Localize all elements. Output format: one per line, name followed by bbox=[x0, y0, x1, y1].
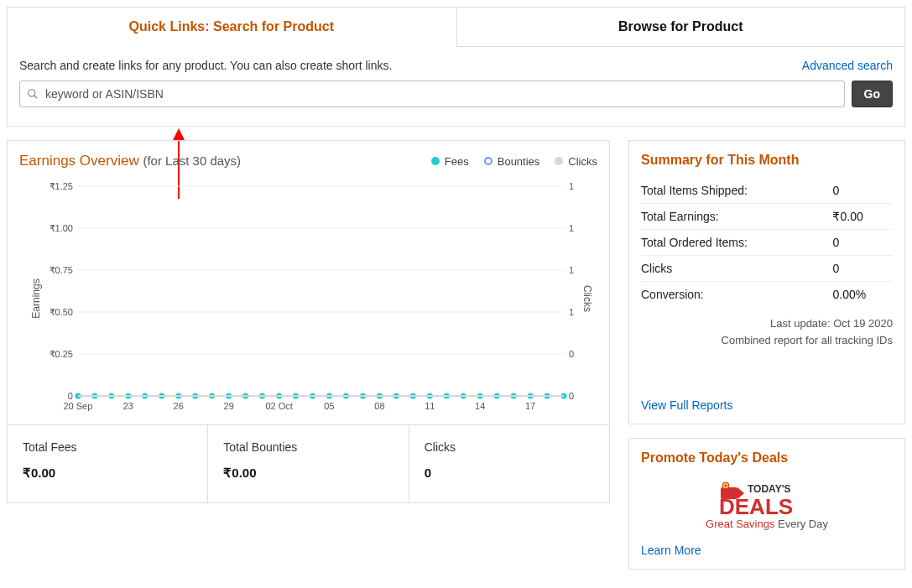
svg-text:1: 1 bbox=[569, 181, 574, 191]
chart-subtitle: (for Last 30 days) bbox=[143, 154, 241, 168]
chart-svg: 0₹0.25₹0.50₹0.75₹1.00₹1.2500111120 Sep23… bbox=[19, 173, 597, 424]
svg-text:20 Sep: 20 Sep bbox=[63, 401, 92, 411]
svg-point-65 bbox=[725, 485, 727, 487]
svg-text:14: 14 bbox=[475, 401, 485, 411]
summary-clicks-label: Clicks bbox=[641, 256, 832, 282]
summary-heading: Summary for This Month bbox=[641, 153, 893, 168]
combined-report-text: Combined report for all tracking IDs bbox=[641, 332, 893, 349]
svg-text:1: 1 bbox=[569, 265, 574, 275]
svg-text:02 Oct: 02 Oct bbox=[265, 401, 292, 411]
stat-clicks: Clicks 0 bbox=[409, 424, 609, 502]
svg-text:₹0.25: ₹0.25 bbox=[50, 349, 73, 359]
summary-panel: Summary for This Month Total Items Shipp… bbox=[628, 140, 905, 424]
summary-items-shipped-label: Total Items Shipped: bbox=[641, 178, 832, 204]
svg-line-1 bbox=[34, 96, 38, 99]
stats-row: Total Fees ₹0.00 Total Bounties ₹0.00 Cl… bbox=[8, 424, 609, 502]
table-row: Total Items Shipped:0 bbox=[641, 178, 893, 204]
stat-clicks-value: 0 bbox=[425, 466, 594, 480]
summary-earnings-value: ₹0.00 bbox=[832, 204, 893, 230]
stat-total-fees: Total Fees ₹0.00 bbox=[8, 424, 208, 502]
stat-fees-value: ₹0.00 bbox=[23, 466, 192, 481]
svg-text:08: 08 bbox=[374, 401, 384, 411]
svg-text:TODAY'S: TODAY'S bbox=[748, 483, 791, 495]
last-update-text: Last update: Oct 19 2020 bbox=[641, 315, 893, 332]
svg-point-0 bbox=[29, 90, 35, 96]
svg-text:₹0.50: ₹0.50 bbox=[50, 307, 73, 317]
svg-text:29: 29 bbox=[224, 401, 234, 411]
promo-image[interactable]: TODAY'S DEALS Great Savings Every Day bbox=[641, 476, 893, 544]
legend-bounties[interactable]: Bounties bbox=[484, 155, 540, 168]
svg-text:26: 26 bbox=[174, 401, 184, 411]
svg-text:Great Savings Every Day: Great Savings Every Day bbox=[706, 518, 828, 530]
svg-text:0: 0 bbox=[68, 391, 73, 401]
svg-text:1: 1 bbox=[569, 223, 574, 233]
summary-ordered-value: 0 bbox=[832, 230, 893, 256]
table-row: Clicks0 bbox=[641, 256, 893, 282]
tab-browse-product[interactable]: Browse for Product bbox=[456, 8, 905, 47]
svg-marker-3 bbox=[173, 128, 185, 140]
svg-text:17: 17 bbox=[525, 401, 535, 411]
stat-bounties-label: Total Bounties bbox=[223, 440, 393, 454]
legend-fees[interactable]: Fees bbox=[431, 155, 469, 168]
svg-text:0: 0 bbox=[569, 391, 574, 401]
svg-text:05: 05 bbox=[324, 401, 334, 411]
circle-icon bbox=[555, 157, 563, 165]
chart-area: Earnings Clicks 0₹0.25₹0.50₹0.75₹1.00₹1.… bbox=[19, 173, 597, 424]
promo-panel: Promote Today's Deals TODAY'S DEALS Grea… bbox=[628, 438, 905, 570]
summary-items-shipped-value: 0 bbox=[832, 178, 893, 204]
stat-fees-label: Total Fees bbox=[23, 440, 192, 454]
circle-icon bbox=[484, 157, 492, 165]
search-description: Search and create links for any product.… bbox=[19, 59, 392, 72]
summary-ordered-label: Total Ordered Items: bbox=[641, 230, 832, 256]
legend-fees-label: Fees bbox=[445, 155, 469, 168]
tab-search-product[interactable]: Quick Links: Search for Product bbox=[8, 8, 456, 47]
quick-links-panel: Quick Links: Search for Product Browse f… bbox=[7, 7, 905, 127]
summary-conversion-label: Conversion: bbox=[641, 282, 832, 308]
table-row: Total Earnings:₹0.00 bbox=[641, 204, 893, 230]
legend-bounties-label: Bounties bbox=[498, 155, 540, 168]
stat-bounties-value: ₹0.00 bbox=[223, 466, 393, 481]
svg-text:23: 23 bbox=[123, 401, 133, 411]
svg-text:DEALS: DEALS bbox=[719, 494, 793, 519]
svg-text:₹1.00: ₹1.00 bbox=[50, 223, 73, 233]
legend-clicks-label: Clicks bbox=[568, 155, 597, 168]
view-full-reports-link[interactable]: View Full Reports bbox=[641, 398, 732, 412]
product-tabs: Quick Links: Search for Product Browse f… bbox=[8, 8, 904, 47]
legend-clicks[interactable]: Clicks bbox=[555, 155, 597, 168]
summary-clicks-value: 0 bbox=[832, 256, 893, 282]
svg-text:0: 0 bbox=[569, 349, 574, 359]
deals-logo-icon: TODAY'S DEALS Great Savings Every Day bbox=[696, 479, 838, 534]
advanced-search-link[interactable]: Advanced search bbox=[802, 59, 893, 72]
summary-table: Total Items Shipped:0 Total Earnings:₹0.… bbox=[641, 178, 893, 307]
chart-legend: Fees Bounties Clicks bbox=[431, 155, 597, 168]
svg-text:₹0.75: ₹0.75 bbox=[50, 265, 73, 275]
stat-total-bounties: Total Bounties ₹0.00 bbox=[208, 424, 409, 502]
earnings-overview-panel: Earnings Overview (for Last 30 days) Fee… bbox=[7, 140, 610, 503]
svg-text:₹1.25: ₹1.25 bbox=[50, 181, 73, 191]
summary-earnings-label: Total Earnings: bbox=[641, 204, 832, 230]
y-axis-left-label: Earnings bbox=[30, 278, 42, 318]
search-icon bbox=[27, 88, 39, 100]
summary-conversion-value: 0.00% bbox=[832, 282, 893, 308]
table-row: Total Ordered Items:0 bbox=[641, 230, 893, 256]
stat-clicks-label: Clicks bbox=[425, 440, 594, 454]
chart-title: Earnings Overview bbox=[19, 153, 143, 169]
search-go-button[interactable]: Go bbox=[852, 81, 893, 107]
y-axis-right-label: Clicks bbox=[581, 285, 593, 312]
learn-more-link[interactable]: Learn More bbox=[641, 544, 701, 557]
product-search-input[interactable] bbox=[19, 81, 845, 107]
promo-heading: Promote Today's Deals bbox=[641, 450, 893, 466]
circle-icon bbox=[431, 157, 440, 165]
table-row: Conversion:0.00% bbox=[641, 282, 893, 308]
svg-text:11: 11 bbox=[425, 401, 435, 411]
svg-text:1: 1 bbox=[569, 307, 574, 317]
